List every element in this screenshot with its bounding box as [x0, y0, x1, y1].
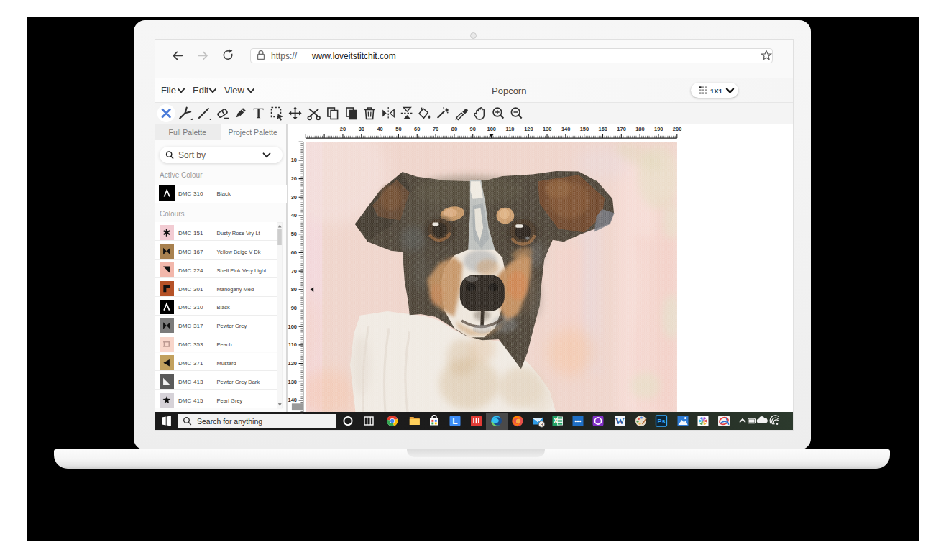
svg-text:3: 3 [540, 421, 543, 428]
svg-text:W: W [615, 416, 625, 426]
svg-text:Ps: Ps [657, 418, 665, 425]
svg-text:L: L [452, 416, 457, 426]
svg-text:X: X [554, 417, 559, 425]
